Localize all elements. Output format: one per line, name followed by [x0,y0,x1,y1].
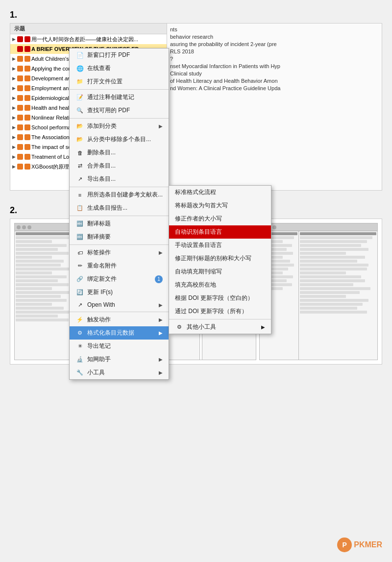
expand-arrow: ▶ [12,163,17,171]
line [16,264,61,267]
sub-menu-item-label: 自动识别条目语言 [175,228,222,236]
globe-icon: 🌐 [75,65,84,72]
line [300,232,376,235]
submenu-arrow-icon: ▶ [159,370,163,375]
line [300,268,367,270]
line [16,287,52,290]
menu-item-find-pdf[interactable]: 🔍 查找可用的 PDF [70,104,169,117]
menu-item-zhihu[interactable]: 🔬 知网助手 ▶ [70,353,169,366]
menu-item-bind-file[interactable]: 🔗 绑定新文件 1 [70,272,169,286]
menu-item-label: 翻译标题 [87,220,111,228]
translate-icon: 🔤 [75,220,84,227]
menu-item-export[interactable]: ↗ 导出条目... [70,172,169,186]
sub-menu-item-manual-lang[interactable]: 手动设置条目语言 [169,239,271,252]
pdf-icon: 📄 [75,52,84,59]
line [16,236,70,239]
menu-item-open-with[interactable]: ↗ Open With ▶ [70,299,169,311]
folder-icon: 📁 [75,78,84,85]
line [16,271,52,274]
menu-item-tag-ops[interactable]: 🏷 标签操作 ▶ [70,246,169,259]
menu-item-format-metadata[interactable]: ⚙ 格式化条目元数据 ▶ [70,326,169,340]
line [16,299,67,302]
item-icon-red2 [24,36,30,42]
line [16,256,52,259]
export-icon: ↗ [75,176,84,183]
sub-menu-item-doi-empty[interactable]: 根据 DOI 更新字段（空白的） [169,292,271,305]
line [300,291,360,294]
sub-menu-item-doi-all[interactable]: 通过 DOI 更新字段（所有） [169,305,271,318]
line [16,295,61,298]
sub-menu-divider [169,319,271,319]
context-menu: 📄 新窗口打开 PDF 🌐 在线查看 📁 打开文件位置 📝 通过注释创建笔记 🔍… [69,48,169,380]
menu-item-tools[interactable]: 🔧 小工具 ▶ [70,366,169,379]
menu-item-translate-title[interactable]: 🔤 翻译标题 [70,217,169,230]
menu-item-remove-category[interactable]: 📂 从分类中移除多个条目... [70,133,169,146]
win-max-btn [27,225,31,229]
menu-item-add-category[interactable]: 📂 添加到分类 ▶ [70,120,169,133]
menu-item-trigger-action[interactable]: ⚡ 触发动作 ▶ [70,313,169,326]
menu-item-label: 重命名附件 [87,262,117,270]
submenu-arrow-icon: ▶ [159,302,163,308]
menu-item-open-pdf[interactable]: 📄 新窗口打开 PDF [70,49,169,62]
report-icon: 📋 [75,205,84,212]
pkmer-logo: P [337,538,352,552]
line [300,271,346,274]
sub-menu-item-other-tools[interactable]: ⚙ 其他小工具 ▶ [169,320,271,334]
menu-item-label: 更新 IF(s) [87,288,113,296]
menu-item-delete[interactable]: 🗑 删除条目... [70,146,169,159]
menu-divider [70,216,169,216]
menu-item-update-if[interactable]: 🔄 更新 IF(s) [70,286,169,299]
line [300,275,361,278]
line [300,236,372,239]
item-icon-orange [17,75,23,81]
library-header: 示题 [10,24,167,34]
expand-arrow: ▶ [12,123,17,131]
submenu-arrow-icon: ▶ [159,357,163,362]
badge: 1 [155,275,163,283]
line [16,275,67,278]
pkmer-watermark: P PKMER [337,538,382,552]
sub-menu-item-standard[interactable]: 标准格式化流程 [169,186,271,199]
menu-item-merge[interactable]: ⇄ 合并条目... [70,159,169,172]
line [300,256,365,259]
tag-icon: 🏷 [75,249,84,256]
expand-arrow: ▶ [12,35,17,43]
item-icon-orange [17,134,23,140]
menu-item-create-note[interactable]: 📝 通过注释创建笔记 [70,91,169,104]
list-item[interactable]: ▶ 用一代人时间弥合差距——健康社会决定因... [10,34,167,44]
menu-item-create-bib[interactable]: ≡ 用所选条目创建参考文献表... [70,188,169,201]
menu-item-translate-abstract[interactable]: 🔤 翻译摘要 [70,230,169,244]
item-icon-orange [17,56,23,62]
trash-icon: 🗑 [75,149,84,156]
merge-icon: ⇄ [75,163,84,170]
win-close-btn [17,225,21,229]
sub-menu-item-abbr[interactable]: 自动填充期刊缩写 [169,265,271,278]
item-icon-orange [17,105,23,111]
sub-menu-item-title-case[interactable]: 将标题改为句首大写 [169,199,271,212]
expand-arrow: ▶ [12,114,17,122]
menu-item-label: 在线查看 [87,64,111,73]
sub-menu-item-journal-case[interactable]: 修正期刊标题的别称和大小写 [169,252,271,265]
line [16,244,67,247]
menu-item-label: 标签操作 [87,248,111,257]
sub-menu-item-author-case[interactable]: 修正作者的大小写 [169,212,271,225]
menu-item-rename-attachment[interactable]: ✏ 重命名附件 [70,259,169,272]
line [300,311,367,314]
item-icon-orange [17,66,23,72]
menu-divider [70,89,169,90]
sub-menu-item-auto-lang[interactable]: 自动识别条目语言 [169,225,271,239]
submenu-arrow-icon: ▶ [159,123,163,129]
sub-menu-item-location[interactable]: 填充高校所在地 [169,278,271,292]
tools-icon: 🔧 [75,369,84,376]
line [300,260,357,263]
item-icon-orange [17,144,23,150]
expand-arrow: ▶ [12,84,17,92]
menu-item-view-online[interactable]: 🌐 在线查看 [70,62,169,75]
submenu-arrow-icon: ▶ [159,317,163,322]
menu-item-open-location[interactable]: 📁 打开文件位置 [70,75,169,88]
menu-item-label: 删除条目... [87,148,116,157]
sub-menu-item-label: 其他小工具 [187,323,216,331]
menu-item-export-note[interactable]: ✳ 导出笔记 [70,340,169,353]
menu-item-label: 导出笔记 [87,342,111,350]
menu-item-generate-report[interactable]: 📋 生成条目报告... [70,201,169,215]
